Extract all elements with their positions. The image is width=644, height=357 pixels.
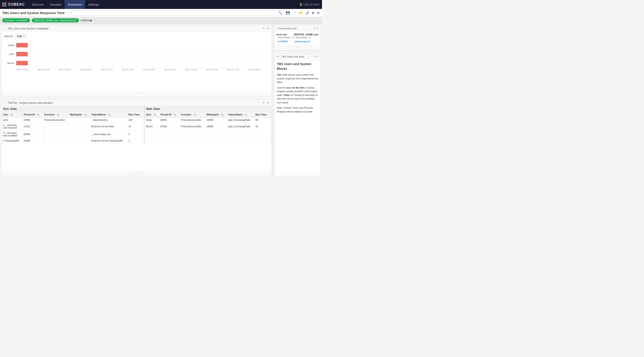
- table-close-btn[interactable]: ✕: [266, 101, 269, 104]
- td-run-user-4: C:SaveDataAll: [2, 138, 22, 144]
- search-icon[interactable]: 🔍: [278, 11, 282, 14]
- availability-close-btn[interactable]: ✕: [266, 27, 269, 30]
- description-title: TM1 Users and System Blocks: [277, 62, 318, 71]
- td-run-tid-2: 17512: [22, 122, 43, 130]
- table-widget-header: ⁝⁝ TM1Top - longest blocks and activitie…: [2, 100, 271, 106]
- description-widget-title: TM1 Users and Syst...: [281, 55, 313, 58]
- server-host-1: vmi49960: [276, 39, 294, 44]
- nav-items: Discover Visualize Dashboard Settings: [29, 0, 299, 9]
- filter-service[interactable]: SERVICE_NAME.raw: *plansampprod*: [32, 18, 79, 22]
- td-wait-waiting-3: [205, 130, 227, 138]
- td-wait-maxtime-3: [254, 130, 271, 138]
- td-run-obj-1: _reprocfeeders: [90, 117, 127, 122]
- nav-discover[interactable]: Discover: [29, 0, 47, 9]
- logo-cell-3: [2, 5, 4, 6]
- th-wait-fn: Function ↕🔍: [179, 112, 205, 118]
- search-input[interactable]: [70, 11, 278, 14]
- servername-close-btn[interactable]: ✕: [317, 27, 319, 30]
- td-run-fn-3: -: [43, 130, 68, 138]
- col1-search[interactable]: 🔍: [291, 36, 294, 39]
- gantt-track-moore: [16, 58, 269, 67]
- td-wait-obj-1: plan_ExchangeRate: [227, 117, 254, 122]
- save-icon[interactable]: 💾: [286, 11, 290, 15]
- th-wait-waiting: WaitingOn ↕🔍: [205, 112, 227, 118]
- col2-sort[interactable]: ↕: [294, 36, 295, 39]
- folder-icon[interactable]: 📁: [299, 11, 303, 15]
- td-wait-tid-3: [159, 130, 180, 138]
- td-wait-tid-4: [159, 138, 180, 144]
- td-run-fn-4: -: [43, 138, 68, 144]
- interval-label: Interval:: [4, 35, 14, 38]
- td-wait-obj-3: [227, 130, 254, 138]
- time-label-5: Mar 24 12:00: [122, 68, 142, 71]
- app-name: CUBEAC: [8, 2, 24, 6]
- search-bar: TM1 Users and System Response Time 🔍 💾 📄…: [0, 9, 322, 17]
- servername-collapse-btn[interactable]: ⌃: [274, 45, 320, 50]
- wait-state-header: Wait: State: [144, 106, 271, 112]
- description-close-btn[interactable]: ✕: [317, 55, 319, 58]
- actions-button[interactable]: Actions ▶: [81, 19, 92, 22]
- availability-edit-btn[interactable]: ✎: [262, 27, 265, 30]
- time-label-7: Mar 24 14:00: [164, 68, 185, 71]
- td-run-waiting-3: [68, 130, 90, 138]
- logo-cell-1: [2, 2, 4, 4]
- settings-icon[interactable]: ⚙: [317, 11, 320, 15]
- add-icon[interactable]: ✚: [312, 11, 314, 15]
- col1-sort[interactable]: ↕: [276, 36, 278, 39]
- interval-select[interactable]: Auto 1m 5m 10m 30m 1h: [15, 34, 26, 38]
- server-col2-header: SERVICE_NAME.raw: ↕ Descending 🔍: [294, 33, 319, 39]
- td-run-waiting-1: [68, 117, 90, 122]
- servername-content: host.raw: ↕ Descending 🔍: [274, 31, 320, 45]
- time-label-9: Mar 24 16:00: [206, 68, 227, 71]
- nav-dashboard[interactable]: Dashboard: [64, 0, 85, 9]
- gantt-chart: Healy John Moore: [4, 41, 269, 71]
- load-icon[interactable]: 📄: [292, 11, 296, 15]
- td-wait-fn-2: ProcessExecuteEx: [179, 122, 205, 130]
- table-small-icon: ⁝⁝: [276, 27, 278, 30]
- search-input-wrap[interactable]: 🔍: [68, 10, 284, 16]
- table-widget-actions: ✎ ✕: [262, 101, 269, 104]
- time-label-10: Mar 24 17:00: [227, 68, 248, 71]
- actions-chevron: ▶: [90, 19, 92, 22]
- col2-search[interactable]: 🔍: [308, 36, 311, 39]
- servername-edit-btn[interactable]: ✎: [314, 27, 316, 30]
- gantt-bar-moore: [16, 61, 28, 65]
- filter-host[interactable]: host.raw: *vmi49960*: [2, 18, 30, 22]
- gantt-bar-healy: [16, 43, 28, 48]
- availability-collapse-btn[interactable]: ⌃: [2, 92, 271, 97]
- logo-grid: [2, 2, 6, 6]
- time-label-8: Mar 24 15:00: [185, 68, 206, 71]
- th-run-user: User ↕🔍: [2, 112, 22, 118]
- td-run-maxtime-3: 5: [127, 130, 144, 138]
- th-run-maxtime: Max Time ↕: [127, 112, 144, 118]
- table-row-3: C:_.testcase-rule-modified 20384 - _.tes…: [2, 130, 271, 138]
- th-wait-maxtime: Max Time ↕: [254, 112, 271, 118]
- td-wait-obj-4: [227, 138, 254, 144]
- td-wait-obj-2: plan_ExchangeRate: [227, 122, 254, 130]
- table-collapse-btn[interactable]: ⌃: [2, 171, 271, 176]
- table-edit-btn[interactable]: ✎: [262, 101, 265, 104]
- nav-time[interactable]: ⏳ Last 12 hours: [299, 3, 320, 6]
- th-wait-obj: ObjectName ↕🔍: [227, 112, 254, 118]
- description-widget: </> TM1 Users and Syst... ✎ ✕ TM1 Users …: [274, 54, 321, 176]
- description-edit-btn[interactable]: ✎: [314, 55, 316, 58]
- td-run-user-2: C:_.testcase-user-blocked: [2, 122, 22, 130]
- td-wait-user-1: Healy: [144, 117, 159, 122]
- server-list-table: host.raw: ↕ Descending 🔍: [276, 33, 319, 44]
- availability-widget-title: TM1 Users and System Availability: [8, 27, 260, 30]
- gantt-track-john: [16, 50, 269, 58]
- table-row-1: John 19080 ProcessExecuteEx _reprocfeede…: [2, 117, 271, 122]
- nav-visualize[interactable]: Visualize: [47, 0, 64, 9]
- servername-widget: ⁝⁝ Servername List ✎ ✕ host.raw: ↕: [274, 25, 321, 51]
- td-wait-maxtime-2: 91: [254, 122, 271, 130]
- td-run-waiting-2: [68, 122, 90, 130]
- share-icon[interactable]: 🔗: [305, 11, 310, 15]
- td-wait-waiting-1: 19080: [205, 117, 227, 122]
- data-table: Run: State Wait: State User ↕🔍 Thread ID…: [2, 106, 271, 144]
- nav-settings[interactable]: Settings: [85, 0, 102, 9]
- td-wait-fn-1: ProcessExecuteEx: [179, 117, 205, 122]
- td-run-obj-4: Bedrock.Server.SaveDataAll: [90, 138, 127, 144]
- td-wait-fn-3: [179, 130, 205, 138]
- time-label-4: Mar 24 11:00: [100, 68, 122, 71]
- gantt-label-moore: Moore: [4, 62, 16, 64]
